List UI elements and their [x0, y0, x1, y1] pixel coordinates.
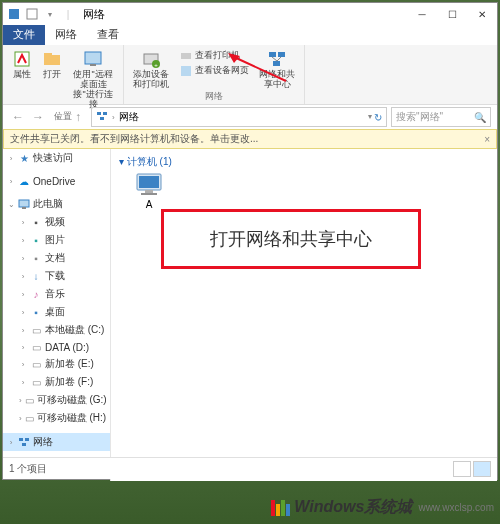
- nav-label: OneDrive: [33, 176, 75, 187]
- svg-rect-6: [90, 64, 96, 66]
- view-printers-button[interactable]: 查看打印机: [176, 49, 252, 63]
- nav-documents[interactable]: ›▪文档: [3, 249, 110, 267]
- view-device-page-label: 查看设备网页: [195, 66, 249, 76]
- add-device-button[interactable]: + 添加设备和打印机: [130, 49, 172, 90]
- minimize-button[interactable]: ─: [407, 3, 437, 25]
- remote-desktop-label: 使用"远程桌面连接"进行连接: [72, 70, 114, 110]
- nav-disk-f[interactable]: ›▭新加卷 (F:): [3, 373, 110, 391]
- info-bar-text: 文件共享已关闭。看不到网络计算机和设备。单击更改...: [10, 132, 258, 146]
- ribbon: 属性 打开 使用"远程桌面连接"进行连接 位置: [3, 45, 497, 105]
- svg-rect-25: [25, 438, 29, 441]
- network-center-button[interactable]: 网络和共享中心: [256, 49, 298, 90]
- address-box[interactable]: › 网络 ▾ ↻: [91, 107, 387, 127]
- svg-rect-29: [145, 190, 153, 193]
- nav-label: 图片: [45, 233, 65, 247]
- qat-button[interactable]: [25, 7, 39, 21]
- svg-rect-28: [139, 176, 159, 188]
- open-button[interactable]: 打开: [39, 49, 65, 80]
- watermark: Windows系统城 www.wxclsp.com: [271, 497, 494, 518]
- nav-disk-d[interactable]: ›▭DATA (D:): [3, 339, 110, 355]
- navigation-pane: › ★ 快速访问 › ☁ OneDrive ⌄ 此电脑 ›▪视频 ›▪图片 ›▪…: [3, 149, 111, 481]
- chevron-right-icon[interactable]: ›: [7, 438, 15, 447]
- tab-view[interactable]: 查看: [87, 25, 129, 45]
- tab-file[interactable]: 文件: [3, 25, 45, 45]
- forward-button[interactable]: →: [29, 108, 47, 126]
- properties-icon: [12, 49, 32, 69]
- network-icon: [96, 110, 108, 124]
- nav-disk-e[interactable]: ›▭新加卷 (E:): [3, 355, 110, 373]
- search-box[interactable]: 搜索"网络" 🔍: [391, 107, 491, 127]
- onedrive-icon: ☁: [18, 175, 30, 187]
- computer-item[interactable]: A: [119, 171, 179, 210]
- properties-button[interactable]: 属性: [9, 49, 35, 80]
- open-icon: [42, 49, 62, 69]
- ribbon-group-location: 属性 打开 使用"远程桌面连接"进行连接 位置: [3, 45, 124, 104]
- nav-disk-h[interactable]: ›▭可移动磁盘 (H:): [3, 409, 110, 427]
- svg-rect-11: [181, 66, 191, 76]
- nav-disk-c[interactable]: ›▭本地磁盘 (C:): [3, 321, 110, 339]
- address-dropdown-icon[interactable]: ▾: [368, 112, 372, 123]
- remote-desktop-button[interactable]: 使用"远程桌面连接"进行连接: [69, 49, 117, 110]
- pictures-icon: ▪: [30, 234, 42, 246]
- ribbon-tabs: 文件 网络 查看: [3, 25, 497, 45]
- refresh-button[interactable]: ↻: [374, 112, 382, 123]
- watermark-icon: [271, 500, 290, 516]
- nav-label: 新加卷 (E:): [45, 357, 94, 371]
- nav-downloads[interactable]: ›↓下载: [3, 267, 110, 285]
- svg-rect-30: [141, 193, 157, 195]
- disk-icon: ▭: [30, 376, 42, 388]
- network-center-label: 网络和共享中心: [259, 70, 295, 90]
- nav-label: 本地磁盘 (C:): [45, 323, 104, 337]
- nav-music[interactable]: ›♪音乐: [3, 285, 110, 303]
- nav-quick-access[interactable]: › ★ 快速访问: [3, 149, 110, 167]
- tab-network[interactable]: 网络: [45, 25, 87, 45]
- properties-label: 属性: [13, 70, 31, 80]
- maximize-button[interactable]: ☐: [437, 3, 467, 25]
- search-icon: 🔍: [474, 112, 486, 123]
- quick-access-toolbar: ▾ |: [3, 7, 75, 21]
- close-button[interactable]: ✕: [467, 3, 497, 25]
- address-bar: ← → ▾ ↑ › 网络 ▾ ↻ 搜索"网络" 🔍: [3, 105, 497, 129]
- documents-icon: ▪: [30, 252, 42, 264]
- breadcrumb-root[interactable]: 网络: [119, 110, 139, 124]
- watermark-brand: Windows系统城: [294, 497, 412, 518]
- svg-rect-24: [19, 438, 23, 441]
- qat-dropdown-icon[interactable]: ▾: [43, 7, 57, 21]
- nav-label: 快速访问: [33, 151, 73, 165]
- svg-rect-23: [22, 207, 26, 209]
- svg-rect-22: [19, 200, 29, 207]
- recent-dropdown-icon[interactable]: ▾: [49, 108, 67, 126]
- network-center-icon: [267, 49, 287, 69]
- nav-this-pc[interactable]: ⌄ 此电脑: [3, 195, 110, 213]
- explorer-window: ▾ | 网络 ─ ☐ ✕ 文件 网络 查看 属性: [2, 2, 498, 480]
- view-device-page-button[interactable]: 查看设备网页: [176, 64, 252, 78]
- main-view[interactable]: ▾ 计算机 (1) A 打开网络和共享中心: [111, 149, 497, 481]
- nav-label: 下载: [45, 269, 65, 283]
- svg-line-16: [277, 57, 281, 61]
- details-view-button[interactable]: [453, 461, 471, 477]
- search-placeholder: 搜索"网络": [396, 110, 443, 124]
- nav-network[interactable]: › 网络: [3, 433, 110, 451]
- nav-pictures[interactable]: ›▪图片: [3, 231, 110, 249]
- nav-disk-g[interactable]: ›▭可移动磁盘 (G:): [3, 391, 110, 409]
- disk-icon: ▭: [30, 358, 42, 370]
- icons-view-button[interactable]: [473, 461, 491, 477]
- quick-access-icon: ★: [18, 152, 30, 164]
- window-title: 网络: [83, 7, 105, 22]
- nav-desktop[interactable]: ›▪桌面: [3, 303, 110, 321]
- svg-rect-20: [103, 112, 107, 115]
- chevron-right-icon[interactable]: ›: [7, 154, 15, 163]
- info-bar-close-icon[interactable]: ×: [484, 134, 490, 145]
- nav-videos[interactable]: ›▪视频: [3, 213, 110, 231]
- up-button[interactable]: ↑: [69, 108, 87, 126]
- add-device-icon: +: [141, 49, 161, 69]
- info-bar[interactable]: 文件共享已关闭。看不到网络计算机和设备。单击更改... ×: [3, 129, 497, 149]
- music-icon: ♪: [30, 288, 42, 300]
- chevron-down-icon[interactable]: ⌄: [7, 200, 15, 209]
- device-page-icon: [179, 64, 193, 78]
- chevron-right-icon[interactable]: ›: [7, 177, 15, 186]
- back-button[interactable]: ←: [9, 108, 27, 126]
- nav-onedrive[interactable]: › ☁ OneDrive: [3, 173, 110, 189]
- nav-label: 桌面: [45, 305, 65, 319]
- group-header-computers[interactable]: ▾ 计算机 (1): [111, 149, 497, 171]
